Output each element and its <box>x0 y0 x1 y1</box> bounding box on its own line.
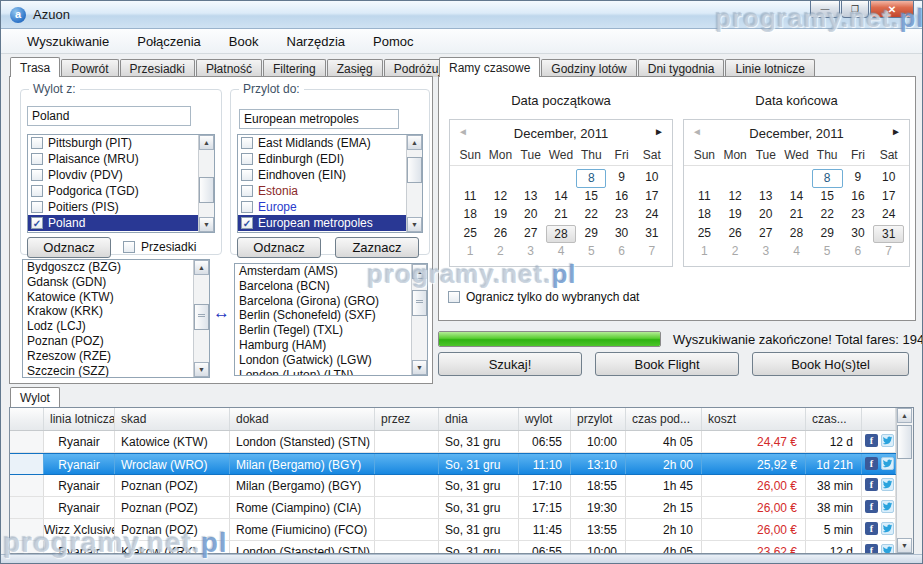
day-cell-27[interactable]: 27 <box>516 225 546 244</box>
day-cell-4[interactable]: 4 <box>546 243 576 262</box>
search-button[interactable]: Szukaj! <box>438 352 582 376</box>
day-cell-29[interactable]: 29 <box>576 225 606 244</box>
checkbox-unchecked[interactable] <box>241 137 253 149</box>
result-row[interactable]: RyanairKatowice (KTW)London (Stansted) (… <box>10 431 913 453</box>
scrollbar-thumb[interactable] <box>407 157 422 183</box>
checkbox-checked[interactable]: ✓ <box>31 217 43 229</box>
day-cell-14[interactable]: 14 <box>781 188 812 207</box>
day-cell-25[interactable]: 25 <box>455 225 485 244</box>
day-cell-8[interactable]: 8 <box>812 169 843 188</box>
day-cell-3[interactable]: 3 <box>750 243 781 262</box>
facebook-icon[interactable]: f <box>865 500 878 513</box>
checkbox-unchecked[interactable] <box>241 153 253 165</box>
scroll-down-icon[interactable]: ▼ <box>199 217 214 232</box>
checklist-item-europe[interactable]: Europe <box>238 199 422 215</box>
book-hotel-button[interactable]: Book Ho(s)tel <box>752 352 909 376</box>
day-cell-28[interactable]: 28 <box>546 225 576 244</box>
checklist-item-poland[interactable]: ✓Poland <box>28 215 214 231</box>
day-cell-30[interactable]: 30 <box>606 225 636 244</box>
checklist-item-plovdiv-(pdv)[interactable]: Plovdiv (PDV) <box>28 167 214 183</box>
facebook-icon[interactable]: f <box>865 457 878 470</box>
day-cell-9[interactable]: 9 <box>606 169 636 188</box>
day-cell-27[interactable]: 27 <box>750 225 781 244</box>
checklist-item-edinburgh-(edi)[interactable]: Edinburgh (EDI) <box>238 151 422 167</box>
checkbox-unchecked[interactable] <box>31 201 43 213</box>
departure-checklist-scrollbar[interactable]: ▲ ▼ <box>198 135 214 232</box>
stops-checkbox[interactable] <box>123 241 135 253</box>
scroll-up-icon[interactable]: ▲ <box>897 408 912 423</box>
scroll-down-icon[interactable]: ▼ <box>412 360 427 375</box>
day-cell-25[interactable]: 25 <box>689 225 720 244</box>
day-cell-10[interactable]: 10 <box>873 169 904 188</box>
checkbox-unchecked[interactable] <box>241 169 253 181</box>
scrollbar-thumb[interactable] <box>897 425 912 459</box>
tab-zasięg[interactable]: Zasięg <box>327 59 383 77</box>
checklist-item-eindhoven-(ein)[interactable]: Eindhoven (EIN) <box>238 167 422 183</box>
day-cell-6[interactable]: 6 <box>606 243 636 262</box>
list-item-bydgoszcz-(bzg)[interactable]: Bydgoszcz (BZG) <box>23 260 209 275</box>
list-item-rzeszow-(rze)[interactable]: Rzeszow (RZE) <box>23 349 209 364</box>
arrival-airports-scrollbar[interactable]: ▲ ▼ <box>411 264 427 375</box>
maximize-button[interactable]: ❐ <box>841 1 869 18</box>
list-item-london-(luton)-(ltn)[interactable]: London (Luton) (LTN) <box>235 368 427 376</box>
day-cell-17[interactable]: 17 <box>637 188 667 207</box>
limit-dates-checkbox-row[interactable]: Ogranicz tylko do wybranych dat <box>448 290 639 304</box>
checkbox-checked[interactable]: ✓ <box>241 217 253 229</box>
checkbox-unchecked[interactable] <box>241 201 253 213</box>
arrival-deselect-button[interactable]: Odznacz <box>237 237 321 258</box>
column-header-koszt[interactable]: koszt <box>702 408 806 430</box>
day-cell-22[interactable]: 22 <box>812 206 843 225</box>
day-cell-26[interactable]: 26 <box>720 225 751 244</box>
column-header-czas[interactable]: czas... <box>806 408 862 430</box>
limit-dates-checkbox[interactable] <box>448 291 460 303</box>
scrollbar-thumb[interactable] <box>194 304 209 330</box>
column-header-czas-pod[interactable]: czas pod... <box>626 408 702 430</box>
result-row[interactable]: RyanairPoznan (POZ)Rome (Ciampino) (CIA)… <box>10 497 913 519</box>
tab-godziny-lotów[interactable]: Godziny lotów <box>541 59 636 77</box>
tab-linie-lotnicze[interactable]: Linie lotnicze <box>725 59 814 77</box>
day-cell-17[interactable]: 17 <box>873 188 904 207</box>
menu-item-book[interactable]: Book <box>215 30 273 53</box>
arrival-input[interactable] <box>239 109 399 129</box>
departure-deselect-button[interactable]: Odznacz <box>27 237 111 258</box>
close-button[interactable]: ✕ <box>870 1 914 18</box>
day-cell-21[interactable]: 21 <box>781 206 812 225</box>
scroll-down-icon[interactable]: ▼ <box>407 217 422 232</box>
scroll-up-icon[interactable]: ▲ <box>412 264 427 279</box>
day-cell-20[interactable]: 20 <box>750 206 781 225</box>
checklist-item-podgorica-(tgd)[interactable]: Podgorica (TGD) <box>28 183 214 199</box>
facebook-icon[interactable]: f <box>865 544 878 554</box>
column-header-przez[interactable]: przez <box>375 408 439 430</box>
day-cell-4[interactable]: 4 <box>781 243 812 262</box>
calendar-next-icon[interactable]: ► <box>891 126 901 137</box>
column-header-dokad[interactable]: dokad <box>230 408 375 430</box>
list-item-barcelona-(girona)-(gro)[interactable]: Barcelona (Girona) (GRO) <box>235 294 427 309</box>
column-header-gutter[interactable] <box>10 408 44 430</box>
day-cell-7[interactable]: 7 <box>637 243 667 262</box>
day-cell-24[interactable]: 24 <box>637 206 667 225</box>
scroll-up-icon[interactable]: ▲ <box>199 135 214 150</box>
checklist-item-east-midlands-(ema)[interactable]: East Midlands (EMA) <box>238 135 422 151</box>
result-row[interactable]: RyanairKrakow (KRK)London (Stansted) (ST… <box>10 541 913 554</box>
stops-checkbox-row[interactable]: Przesiadki <box>123 240 196 254</box>
day-cell-13[interactable]: 13 <box>516 188 546 207</box>
day-cell-7[interactable]: 7 <box>873 243 904 262</box>
day-cell-18[interactable]: 18 <box>455 206 485 225</box>
day-cell-11[interactable]: 11 <box>455 188 485 207</box>
twitter-icon[interactable] <box>881 434 894 447</box>
list-item-amsterdam-(ams)[interactable]: Amsterdam (AMS) <box>235 264 427 279</box>
twitter-icon[interactable] <box>881 522 894 535</box>
day-cell-15[interactable]: 15 <box>576 188 606 207</box>
tab-dni-tygodnia[interactable]: Dni tygodnia <box>638 59 725 77</box>
day-cell-13[interactable]: 13 <box>750 188 781 207</box>
day-cell-23[interactable]: 23 <box>843 206 874 225</box>
calendar-prev-icon[interactable]: ◄ <box>692 126 702 137</box>
checklist-item-european-metropoles[interactable]: ✓European metropoles <box>238 215 422 231</box>
checkbox-unchecked[interactable] <box>31 169 43 181</box>
tab-filtering[interactable]: Filtering <box>263 59 326 77</box>
scrollbar-thumb[interactable] <box>412 290 427 316</box>
result-row[interactable]: RyanairWroclaw (WRO)Milan (Bergamo) (BGY… <box>10 453 913 475</box>
column-header-dnia[interactable]: dnia <box>439 408 519 430</box>
facebook-icon[interactable]: f <box>865 522 878 535</box>
day-cell-19[interactable]: 19 <box>720 206 751 225</box>
